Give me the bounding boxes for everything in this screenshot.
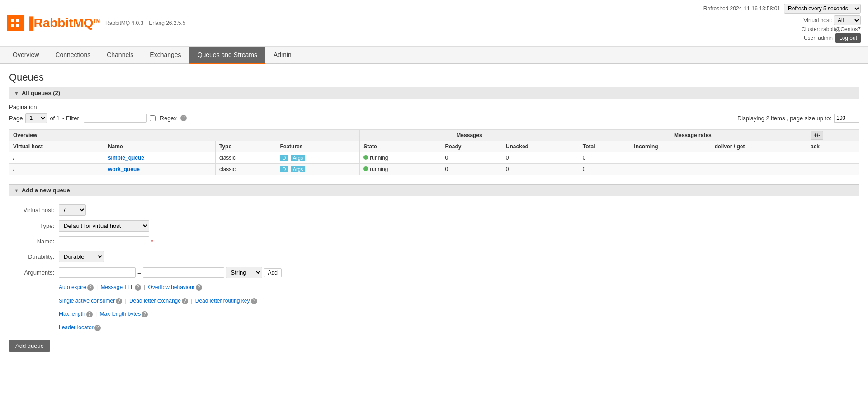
cell-total: 0	[579, 152, 630, 164]
message-ttl-link[interactable]: Message TTL	[101, 284, 134, 290]
type-form-select[interactable]: Default for virtual host Classic Quorum …	[59, 220, 149, 232]
max-length-help[interactable]: ?	[86, 311, 93, 317]
nav-queues[interactable]: Queues and Streams	[189, 47, 265, 64]
vhost-select[interactable]: All /	[834, 15, 861, 25]
sep4: |	[191, 298, 192, 304]
leader-locator-help[interactable]: ?	[94, 325, 101, 331]
message-ttl-help[interactable]: ?	[135, 284, 141, 291]
add-arg-button[interactable]: Add	[264, 268, 282, 277]
dead-letter-routing-key-help[interactable]: ?	[251, 298, 257, 304]
refresh-row: Refreshed 2024-11-16 13:58:01 Refresh ev…	[703, 4, 861, 14]
cell-incoming	[630, 152, 711, 164]
type-form-row: Type: Default for virtual host Classic Q…	[9, 220, 859, 232]
erlang-version: Erlang 26.2.5.5	[149, 20, 185, 26]
max-length-link[interactable]: Max length	[59, 311, 85, 317]
vhost-form-label: Virtual host:	[9, 207, 59, 213]
all-queues-label: All queues (2)	[22, 90, 60, 96]
badge-args[interactable]: Args	[291, 155, 306, 161]
args-val-input[interactable]	[143, 267, 224, 278]
cell-ack	[807, 164, 859, 175]
auto-expire-help[interactable]: ?	[87, 284, 94, 291]
cell-ready: 0	[441, 152, 502, 164]
single-active-consumer-help[interactable]: ?	[116, 298, 122, 304]
badge-args[interactable]: Args	[291, 166, 306, 172]
add-queue-form: Virtual host: / Type: Default for virtua…	[9, 201, 859, 352]
cluster-value: rabbit@Centos7	[821, 26, 861, 33]
name-form-label: Name:	[9, 238, 59, 245]
vhost-form-select[interactable]: /	[59, 204, 86, 216]
required-star: *	[151, 238, 153, 245]
cell-features: D Args	[276, 164, 360, 175]
add-queue-section-label: Add a new queue	[22, 187, 70, 194]
filter-input[interactable]	[84, 114, 147, 123]
cell-state: running	[360, 152, 441, 164]
cluster-label: Cluster	[801, 26, 818, 33]
args-type-select[interactable]: String Number Boolean	[226, 267, 262, 278]
nav-exchanges[interactable]: Exchanges	[142, 47, 189, 64]
queue-name-link[interactable]: work_queue	[108, 166, 140, 172]
sep5: |	[95, 311, 97, 317]
leader-locator-link[interactable]: Leader locator	[59, 324, 94, 331]
name-form-input[interactable]	[59, 236, 149, 246]
single-active-consumer-link[interactable]: Single active consumer	[59, 298, 115, 304]
page-select[interactable]: 1	[25, 113, 47, 123]
queue-name-link[interactable]: simple_queue	[108, 155, 144, 161]
nav-overview[interactable]: Overview	[5, 47, 47, 64]
dead-letter-routing-key-link[interactable]: Dead letter routing key	[195, 298, 250, 304]
refresh-select[interactable]: Refresh every 5 seconds Refresh every 10…	[784, 4, 861, 14]
arguments-form-row: Arguments: = String Number Boolean Add	[9, 267, 859, 278]
auto-expire-link[interactable]: Auto expire	[59, 284, 86, 290]
displaying-label: Displaying 2 items , page size up to:	[737, 115, 831, 122]
svg-rect-3	[16, 24, 19, 27]
pagination-row: Page 1 of 1 - Filter: Regex ? Displaying…	[9, 113, 859, 123]
cell-deliver-get	[711, 152, 807, 164]
regex-help-icon[interactable]: ?	[180, 115, 187, 121]
overflow-behaviour-link[interactable]: Overflow behaviour	[148, 284, 194, 290]
cell-vhost: /	[9, 152, 104, 164]
max-length-bytes-help[interactable]: ?	[142, 311, 148, 317]
logout-button[interactable]: Log out	[835, 33, 861, 43]
th-state: State	[360, 141, 441, 152]
filter-label: - Filter:	[62, 115, 80, 122]
max-length-bytes-link[interactable]: Max length bytes	[100, 311, 141, 317]
all-queues-section-header[interactable]: ▼ All queues (2)	[9, 87, 859, 99]
sep1: |	[96, 284, 98, 290]
add-queue-btn-row: Add queue	[9, 336, 859, 352]
plus-minus-btn[interactable]: +/-	[811, 131, 823, 140]
th-vhost: Virtual host	[9, 141, 104, 152]
badge-d: D	[280, 155, 288, 161]
th-features: Features	[276, 141, 360, 152]
durability-form-select[interactable]: Durable Transient	[59, 251, 104, 262]
th-total: Total	[579, 141, 630, 152]
cell-vhost: /	[9, 164, 104, 175]
logo-icon	[7, 15, 24, 31]
name-form-row: Name: *	[9, 236, 859, 246]
cell-ready: 0	[441, 164, 502, 175]
cell-state: running	[360, 164, 441, 175]
cluster-row: Cluster: rabbit@Centos7	[703, 26, 861, 33]
add-queue-section-header[interactable]: ▼ Add a new queue	[9, 184, 859, 196]
overflow-behaviour-help[interactable]: ?	[196, 284, 202, 291]
col-group-message-rates: Message rates	[579, 130, 807, 141]
args-key-input[interactable]	[59, 267, 136, 278]
nav-channels[interactable]: Channels	[99, 47, 142, 64]
th-deliver-get: deliver / get	[711, 141, 807, 152]
status-dot	[363, 166, 368, 171]
cell-unacked: 0	[502, 164, 579, 175]
queues-table: Overview Messages Message rates +/- Virt…	[9, 129, 859, 175]
nav-connections[interactable]: Connections	[47, 47, 99, 64]
args-equals: =	[137, 269, 141, 276]
nav-admin[interactable]: Admin	[265, 47, 300, 64]
user-label: User	[804, 35, 815, 41]
regex-checkbox[interactable]	[150, 115, 156, 121]
col-plus-minus[interactable]: +/-	[807, 130, 859, 141]
args-help-row-4: Leader locator?	[59, 323, 859, 333]
table-row: / work_queue classic D Args running 0 0 …	[9, 164, 859, 175]
table-row: / simple_queue classic D Args running 0 …	[9, 152, 859, 164]
arrow-icon: ▼	[14, 90, 19, 96]
dead-letter-exchange-help[interactable]: ?	[182, 298, 188, 304]
page-size-input[interactable]	[834, 114, 859, 123]
dead-letter-exchange-link[interactable]: Dead letter exchange	[129, 298, 181, 304]
add-queue-button[interactable]: Add queue	[9, 340, 50, 352]
cell-name: work_queue	[104, 164, 215, 175]
